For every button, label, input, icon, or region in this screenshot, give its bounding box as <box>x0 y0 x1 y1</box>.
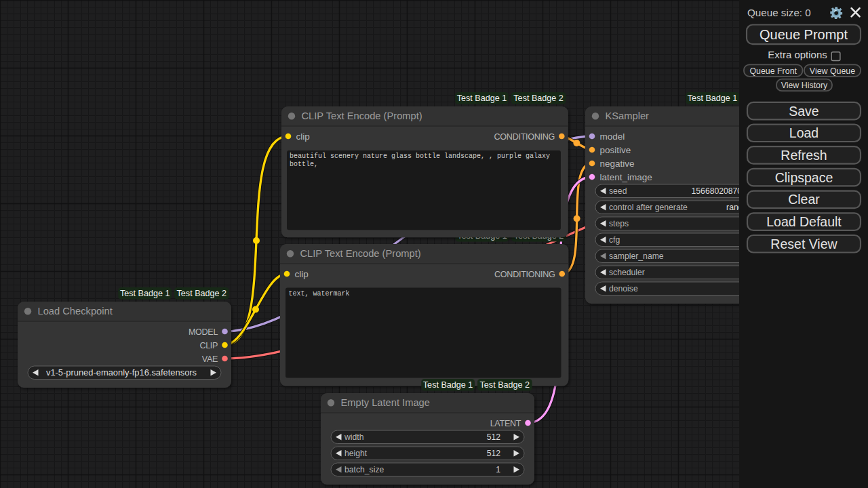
svg-text:512: 512 <box>487 432 501 442</box>
svg-text:Test Badge 2: Test Badge 2 <box>177 289 227 298</box>
svg-text:latent_image: latent_image <box>600 172 652 182</box>
svg-text:Load Default: Load Default <box>766 214 842 229</box>
svg-text:Load Checkpoint: Load Checkpoint <box>38 306 113 317</box>
svg-text:Test Badge 2: Test Badge 2 <box>513 94 564 103</box>
svg-text:cfg: cfg <box>609 235 620 245</box>
svg-text:1: 1 <box>496 465 500 474</box>
svg-text:bottle,: bottle, <box>290 161 318 168</box>
svg-text:MODEL: MODEL <box>189 327 218 337</box>
svg-text:View Queue: View Queue <box>810 66 855 76</box>
svg-text:Save: Save <box>789 104 818 119</box>
svg-text:LATENT: LATENT <box>490 419 521 428</box>
svg-text:Queue Front: Queue Front <box>749 66 797 76</box>
svg-text:Load: Load <box>789 125 818 140</box>
svg-text:Clear: Clear <box>788 192 820 207</box>
svg-text:VAE: VAE <box>202 354 218 364</box>
svg-text:Test Badge 1: Test Badge 1 <box>120 289 170 298</box>
svg-text:beautiful scenery nature glass: beautiful scenery nature glass bottle la… <box>290 152 550 160</box>
svg-text:model: model <box>600 131 625 142</box>
svg-text:512: 512 <box>487 449 501 458</box>
svg-text:steps: steps <box>609 219 629 228</box>
svg-text:batch_size: batch_size <box>344 465 384 474</box>
svg-text:Queue size: 0: Queue size: 0 <box>747 7 811 18</box>
svg-text:View History: View History <box>781 81 828 90</box>
svg-text:width: width <box>344 432 363 442</box>
svg-text:CONDITIONING: CONDITIONING <box>494 132 555 142</box>
svg-text:v1-5-pruned-emaonly-fp16.safet: v1-5-pruned-emaonly-fp16.safetensors <box>46 367 197 378</box>
svg-text:KSampler: KSampler <box>606 110 650 121</box>
svg-text:height: height <box>344 449 368 458</box>
svg-text:Test Badge 1: Test Badge 1 <box>457 94 507 103</box>
svg-text:text, watermark: text, watermark <box>289 290 350 298</box>
svg-text:CLIP Text Encode (Prompt): CLIP Text Encode (Prompt) <box>302 110 422 121</box>
svg-text:Queue Prompt: Queue Prompt <box>760 27 848 42</box>
svg-text:Test Badge 1: Test Badge 1 <box>688 94 738 103</box>
svg-text:positive: positive <box>600 145 631 155</box>
svg-text:clip: clip <box>296 131 310 142</box>
svg-text:sampler_name: sampler_name <box>609 251 664 261</box>
svg-text:CLIP Text Encode (Prompt): CLIP Text Encode (Prompt) <box>300 248 421 259</box>
svg-text:scheduler: scheduler <box>609 268 645 277</box>
svg-text:Clipspace: Clipspace <box>775 170 833 185</box>
svg-text:CONDITIONING: CONDITIONING <box>494 270 555 279</box>
svg-text:Test Badge 1: Test Badge 1 <box>423 380 473 390</box>
svg-text:denoise: denoise <box>609 284 638 293</box>
svg-text:Test Badge 2: Test Badge 2 <box>480 380 530 390</box>
svg-text:Refresh: Refresh <box>781 148 827 163</box>
svg-text:control after generate: control after generate <box>609 203 688 212</box>
svg-text:Empty Latent Image: Empty Latent Image <box>341 397 430 408</box>
svg-text:Reset View: Reset View <box>770 237 837 251</box>
svg-text:Extra options: Extra options <box>768 49 827 60</box>
svg-text:negative: negative <box>600 159 635 169</box>
svg-text:clip: clip <box>295 269 309 279</box>
svg-text:seed: seed <box>609 186 627 196</box>
svg-text:CLIP: CLIP <box>199 341 218 350</box>
